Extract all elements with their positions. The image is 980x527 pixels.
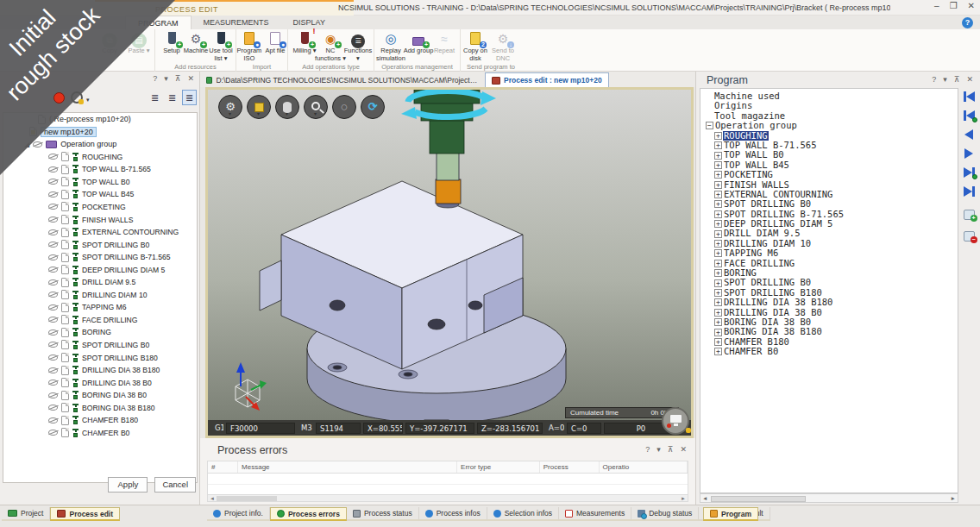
- visibility-eye-slash-icon[interactable]: [48, 204, 58, 210]
- visibility-eye-slash-icon[interactable]: [48, 405, 58, 411]
- expand-plus-icon[interactable]: +: [714, 132, 722, 140]
- program-operation-item[interactable]: +CHAMFER B0: [700, 347, 958, 356]
- error-column-header[interactable]: #: [208, 461, 238, 473]
- visibility-eye-slash-icon[interactable]: [48, 191, 58, 198]
- record-red-icon[interactable]: [53, 92, 65, 104]
- expand-plus-icon[interactable]: +: [714, 318, 722, 326]
- statusbar-tab-project-info-[interactable]: Project info.: [207, 507, 270, 521]
- view-selection-button[interactable]: ◌: [332, 95, 356, 119]
- tab-display[interactable]: DISPLAY: [281, 16, 337, 29]
- panel-help-icon[interactable]: ?: [645, 445, 650, 454]
- operation-tree-item[interactable]: DRILLING DIAM 10: [3, 289, 197, 302]
- program-operation-item[interactable]: +DRILLING DIA 38 B180: [700, 298, 958, 307]
- operation-tree-item[interactable]: SPOT DRILLING B0: [3, 238, 197, 251]
- expand-plus-icon[interactable]: +: [714, 152, 722, 160]
- panel-pin-icon[interactable]: ⊼: [954, 75, 960, 84]
- repeat-button[interactable]: ≈ Repeat: [428, 31, 461, 55]
- panel-help-icon[interactable]: ?: [932, 75, 936, 84]
- visibility-eye-slash-icon[interactable]: [48, 354, 58, 361]
- expand-plus-icon[interactable]: +: [714, 260, 722, 267]
- statusbar-tab-process-edit[interactable]: Process edit: [50, 507, 120, 521]
- simulation-viewport[interactable]: ⚙▾ ▾ ▾ ▾ ◌ ⟳ Cumulated time 0h 0' 0" G1F…: [205, 87, 694, 438]
- go-last-button[interactable]: [964, 185, 975, 197]
- operation-tree-item[interactable]: BORING: [3, 326, 197, 339]
- view-zoom-button[interactable]: ▾: [304, 95, 328, 119]
- go-first-button[interactable]: [964, 91, 975, 102]
- expand-plus-icon[interactable]: +: [714, 348, 722, 355]
- expand-plus-icon[interactable]: +: [714, 338, 722, 346]
- functions-button[interactable]: ☰ Functions ▾: [342, 31, 374, 62]
- statusbar-tab-process-status[interactable]: Process status: [347, 507, 419, 521]
- go-next-marker-button[interactable]: [964, 166, 975, 178]
- program-operation-item[interactable]: +TAPPING M6: [700, 248, 958, 258]
- program-operation-item[interactable]: +SPOT DRILLING B0: [700, 199, 958, 209]
- visibility-eye-slash-icon[interactable]: [48, 179, 58, 185]
- machine-status-button[interactable]: [662, 407, 689, 435]
- panel-menu-icon[interactable]: ▾: [164, 74, 168, 83]
- expand-plus-icon[interactable]: +: [714, 181, 722, 189]
- expand-plus-icon[interactable]: +: [714, 309, 722, 317]
- expand-plus-icon[interactable]: +: [714, 210, 722, 218]
- expand-plus-icon[interactable]: +: [714, 249, 722, 257]
- doc-tab-process-edit[interactable]: Process edit : new mp10+20: [485, 72, 609, 87]
- collapse-minus-icon[interactable]: −: [706, 122, 713, 129]
- operation-tree-item[interactable]: POCKETING: [3, 201, 197, 214]
- scroll-right-icon[interactable]: ►: [951, 495, 956, 501]
- scrollbar-thumb[interactable]: [217, 496, 277, 501]
- expand-plus-icon[interactable]: +: [714, 289, 722, 297]
- operation-tree-item[interactable]: TAPPING M6: [3, 301, 197, 314]
- errors-horizontal-scrollbar[interactable]: ◄ ►: [207, 494, 688, 502]
- operation-tree-item[interactable]: EXTERNAL CONTOURNING: [3, 226, 197, 239]
- apt-file-button[interactable]: ● Apt file: [259, 31, 292, 55]
- panel-menu-icon[interactable]: ▾: [656, 445, 661, 454]
- panel-close-icon[interactable]: ✕: [680, 445, 687, 454]
- operation-tree-item[interactable]: DEEP DRILLING DIAM 5: [3, 263, 197, 276]
- visibility-eye-slash-icon[interactable]: [48, 154, 58, 160]
- statusbar-tab-process-errors[interactable]: Process errors: [270, 507, 347, 521]
- visibility-eye-slash-icon[interactable]: [48, 392, 58, 398]
- step-forward-button[interactable]: [964, 147, 973, 159]
- visibility-eye-slash-icon[interactable]: [48, 380, 58, 386]
- help-icon[interactable]: ?: [962, 17, 973, 28]
- program-operation-item[interactable]: +POCKETING: [700, 170, 958, 179]
- tool-ring-icon[interactable]: [71, 91, 83, 104]
- visibility-eye-slash-icon[interactable]: [48, 254, 58, 260]
- operation-tree-item[interactable]: DRILL DIAM 9.5: [3, 276, 197, 289]
- operation-tree-item[interactable]: SPOT DRILLING B180: [3, 351, 197, 364]
- scrollbar-thumb[interactable]: [711, 496, 806, 502]
- operation-tree-item[interactable]: BORING DIA 38 B180: [3, 401, 197, 414]
- operation-tree-item[interactable]: TOP WALL B0: [3, 176, 197, 189]
- apply-button[interactable]: Apply: [108, 477, 148, 492]
- maximize-icon[interactable]: ❐: [950, 1, 958, 10]
- list-view-button-2[interactable]: ≣: [165, 90, 179, 105]
- operation-tree-item[interactable]: DRILLING DIA 38 B0: [3, 376, 197, 389]
- expand-plus-icon[interactable]: +: [714, 329, 722, 336]
- step-back-button[interactable]: [964, 129, 973, 140]
- panel-help-icon[interactable]: ?: [153, 74, 157, 83]
- error-column-header[interactable]: Error type: [457, 461, 540, 473]
- expand-plus-icon[interactable]: +: [714, 240, 722, 248]
- close-icon[interactable]: ✕: [968, 1, 975, 10]
- statusbar-tab-project[interactable]: Project: [2, 507, 50, 521]
- view-cylinder-button[interactable]: ▾: [275, 95, 299, 119]
- statusbar-tab-process-infos[interactable]: Process infos: [419, 507, 487, 521]
- operation-tree-item[interactable]: CHAMFER B0: [3, 427, 197, 440]
- visibility-eye-slash-icon[interactable]: [48, 242, 58, 248]
- panel-menu-icon[interactable]: ▾: [943, 75, 947, 84]
- doc-tab-project-file[interactable]: D:\Data\SPRING TECHNOLOGIES\NCSIMUL SOLU…: [200, 72, 485, 87]
- expand-plus-icon[interactable]: +: [714, 298, 722, 306]
- visibility-eye-slash-icon[interactable]: [48, 304, 58, 311]
- visibility-eye-slash-icon[interactable]: [48, 430, 58, 436]
- statusbar-tab-selection-infos[interactable]: Selection infos: [487, 507, 559, 521]
- visibility-eye-slash-icon[interactable]: [48, 279, 58, 285]
- expand-plus-icon[interactable]: +: [714, 161, 722, 169]
- panel-close-icon[interactable]: ✕: [966, 75, 973, 84]
- visibility-eye-slash-icon[interactable]: [48, 267, 58, 273]
- error-column-header[interactable]: Process: [540, 461, 600, 473]
- scroll-left-icon[interactable]: ◄: [702, 495, 707, 501]
- insert-operation-button[interactable]: +: [964, 210, 975, 220]
- scroll-right-icon[interactable]: ►: [681, 496, 686, 501]
- panel-pin-icon[interactable]: ⊼: [668, 445, 674, 454]
- expand-plus-icon[interactable]: +: [714, 141, 722, 149]
- visibility-eye-slash-icon[interactable]: [48, 367, 58, 373]
